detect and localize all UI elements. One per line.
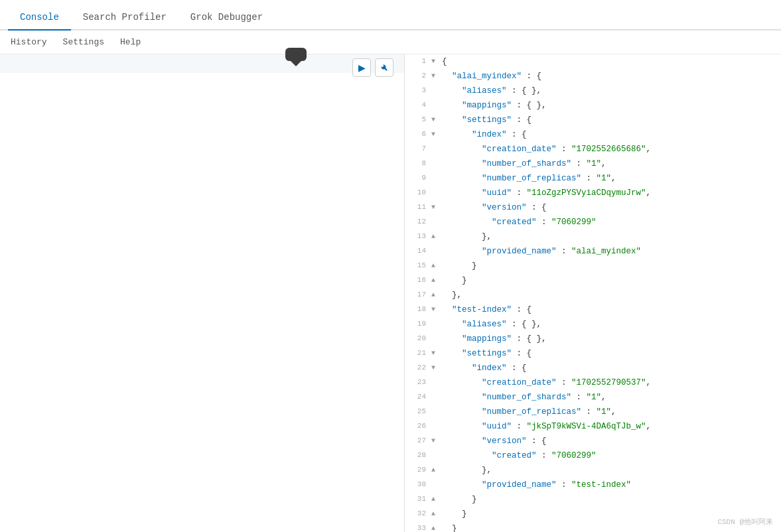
fold-icon-13[interactable]: ▲: [431, 232, 441, 242]
fold-icon-21[interactable]: ▼: [431, 348, 441, 359]
output-line-num-7: 7: [405, 143, 431, 155]
output-line-num-8: 8: [405, 158, 431, 170]
json-text-13: },: [441, 230, 492, 243]
json-text-25: "number_of_replicas" : "1",: [441, 405, 616, 419]
json-text-7: "creation_date" : "1702552665686",: [441, 143, 651, 156]
output-line-3: 3 "aliases" : { },: [405, 84, 781, 98]
output-line-num-24: 24: [405, 391, 431, 403]
output-line-27: 27▼ "version" : {: [405, 434, 781, 448]
fold-icon-11[interactable]: ▼: [431, 202, 441, 213]
fold-icon-18[interactable]: ▼: [431, 304, 441, 315]
json-text-17: },: [441, 289, 462, 302]
json-text-10: "uuid" : "11oZgzPYSVyiaCDqymuJrw",: [441, 186, 651, 200]
output-line-21: 21▼ "settings" : {: [405, 346, 781, 361]
output-line-4: 4 "mappings" : { },: [405, 98, 781, 113]
nav-item-settings[interactable]: Settings: [63, 37, 104, 47]
output-line-13: 13▲ },: [405, 230, 781, 244]
fold-icon-6[interactable]: ▼: [431, 129, 441, 140]
output-line-10: 10 "uuid" : "11oZgzPYSVyiaCDqymuJrw",: [405, 186, 781, 200]
json-text-9: "number_of_replicas" : "1",: [441, 172, 616, 185]
output-line-num-30: 30: [405, 479, 431, 491]
json-text-4: "mappings" : { },: [441, 99, 547, 112]
output-line-30: 30 "provided_name" : "test-index": [405, 478, 781, 492]
json-text-29: },: [441, 464, 492, 477]
fold-icon-32[interactable]: ▲: [431, 509, 441, 519]
output-line-num-1: 1: [405, 56, 431, 68]
output-line-1: 1▼{: [405, 54, 781, 69]
fold-icon-31[interactable]: ▲: [431, 494, 441, 505]
output-line-8: 8 "number_of_shards" : "1",: [405, 157, 781, 171]
output-line-num-27: 27: [405, 435, 431, 447]
json-text-33: }: [441, 522, 457, 532]
output-line-5: 5▼ "settings" : {: [405, 113, 781, 127]
editor-panel: ▶: [0, 54, 405, 532]
wrench-button[interactable]: [375, 58, 393, 77]
run-button[interactable]: ▶: [352, 58, 371, 77]
output-line-15: 15▲ }: [405, 259, 781, 273]
output-line-22: 22▼ "index" : {: [405, 361, 781, 375]
fold-icon-15[interactable]: ▲: [431, 261, 441, 271]
output-line-23: 23 "creation_date" : "1702552790537",: [405, 375, 781, 390]
fold-icon-16[interactable]: ▲: [431, 275, 441, 286]
output-line-11: 11▼ "version" : {: [405, 200, 781, 215]
json-text-12: "created" : "7060299": [441, 216, 597, 229]
json-text-27: "version" : {: [441, 434, 547, 448]
json-text-15: }: [441, 259, 477, 273]
json-text-5: "settings" : {: [441, 113, 532, 127]
output-line-num-16: 16: [405, 275, 431, 287]
fold-icon-27[interactable]: ▼: [431, 436, 441, 446]
output-line-29: 29▲ },: [405, 463, 781, 478]
output-line-num-20: 20: [405, 333, 431, 345]
fold-icon-22[interactable]: ▼: [431, 363, 441, 373]
output-line-num-28: 28: [405, 450, 431, 462]
output-line-17: 17▲ },: [405, 288, 781, 302]
output-line-num-14: 14: [405, 245, 431, 257]
output-line-26: 26 "uuid" : "jkSpT9kWSVi-4DA6qTJb_w",: [405, 419, 781, 434]
json-text-24: "number_of_shards" : "1",: [441, 391, 606, 404]
output-line-6: 6▼ "index" : {: [405, 127, 781, 142]
output-line-7: 7 "creation_date" : "1702552665686",: [405, 142, 781, 157]
output-line-num-6: 6: [405, 129, 431, 141]
output-line-num-13: 13: [405, 231, 431, 243]
output-line-2: 2▼ "alai_myindex" : {: [405, 69, 781, 84]
fold-icon-33[interactable]: ▲: [431, 523, 441, 532]
output-line-num-12: 12: [405, 216, 431, 228]
output-line-16: 16▲ }: [405, 273, 781, 288]
json-text-26: "uuid" : "jkSpT9kWSVi-4DA6qTJb_w",: [441, 420, 651, 433]
tab-grok-debugger[interactable]: Grok Debugger: [178, 5, 275, 31]
output-line-28: 28 "created" : "7060299": [405, 448, 781, 463]
tab-console[interactable]: Console: [8, 5, 71, 31]
nav-item-help[interactable]: Help: [120, 37, 141, 47]
fold-icon-29[interactable]: ▲: [431, 465, 441, 476]
output-line-num-26: 26: [405, 421, 431, 432]
output-line-20: 20 "mappings" : { },: [405, 332, 781, 346]
output-line-num-3: 3: [405, 85, 431, 97]
fold-icon-1[interactable]: ▼: [431, 56, 441, 67]
fold-icon-5[interactable]: ▼: [431, 115, 441, 125]
output-line-num-5: 5: [405, 114, 431, 126]
output-line-31: 31▲ }: [405, 492, 781, 507]
output-line-14: 14 "provided_name" : "alai_myindex": [405, 244, 781, 259]
output-line-18: 18▼ "test-index" : {: [405, 302, 781, 317]
json-text-20: "mappings" : { },: [441, 332, 547, 346]
output-line-25: 25 "number_of_replicas" : "1",: [405, 405, 781, 419]
output-line-num-32: 32: [405, 508, 431, 520]
editor-line-1: ▶: [0, 54, 404, 73]
editor-body[interactable]: [0, 73, 404, 532]
output-line-num-33: 33: [405, 523, 431, 532]
output-panel[interactable]: 1▼{2▼ "alai_myindex" : {3 "aliases" : { …: [405, 54, 781, 532]
json-text-21: "settings" : {: [441, 347, 532, 360]
output-line-num-11: 11: [405, 202, 431, 214]
output-line-9: 9 "number_of_replicas" : "1",: [405, 171, 781, 186]
json-text-23: "creation_date" : "1702552790537",: [441, 376, 651, 389]
watermark: CSDN @他叫阿来: [717, 517, 773, 527]
output-line-num-23: 23: [405, 377, 431, 389]
fold-icon-2[interactable]: ▼: [431, 71, 441, 82]
output-line-num-22: 22: [405, 362, 431, 374]
tab-bar: ConsoleSearch ProfilerGrok Debugger: [0, 0, 781, 31]
nav-item-history[interactable]: History: [11, 37, 47, 47]
output-line-num-4: 4: [405, 100, 431, 111]
fold-icon-17[interactable]: ▲: [431, 290, 441, 300]
tab-search-profiler[interactable]: Search Profiler: [71, 5, 178, 31]
json-text-6: "index" : {: [441, 128, 527, 141]
